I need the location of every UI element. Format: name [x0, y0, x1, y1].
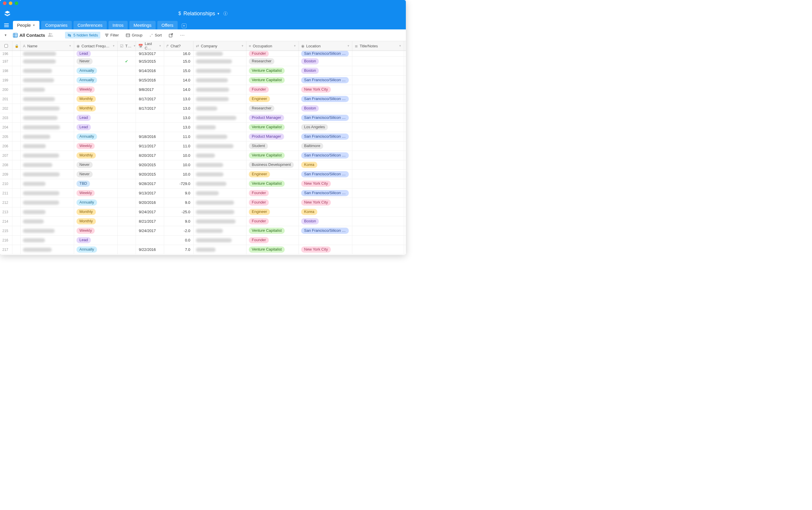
- cell-t[interactable]: ✔: [118, 57, 136, 66]
- cell-chat[interactable]: -2.0: [164, 226, 194, 235]
- cell-t[interactable]: [118, 132, 136, 141]
- cell-contact-frequency[interactable]: Annually: [74, 132, 118, 141]
- cell-occupation[interactable]: Founder: [246, 217, 299, 226]
- table-row[interactable]: 203Lead13.0Product ManagerSan Francisco/…: [0, 113, 406, 123]
- cell-contact-frequency[interactable]: Never: [74, 170, 118, 179]
- select-all-header[interactable]: [0, 41, 12, 51]
- tab-conferences[interactable]: Conferences: [74, 21, 107, 29]
- cell-last-contact[interactable]: 9/20/2016: [136, 198, 164, 207]
- cell-name[interactable]: [21, 198, 74, 207]
- cell-company[interactable]: [194, 51, 246, 56]
- cell-occupation[interactable]: Product Manager: [246, 113, 299, 122]
- cell-company[interactable]: [194, 76, 246, 85]
- cell-location[interactable]: Korea: [299, 207, 352, 217]
- cell-occupation[interactable]: Engineer: [246, 207, 299, 217]
- cell-location[interactable]: San Francisco/Silicon …: [299, 151, 352, 160]
- cell-location[interactable]: Boston: [299, 217, 352, 226]
- column-header-location[interactable]: ◉ Location ▼: [299, 41, 352, 51]
- cell-name[interactable]: [21, 235, 74, 245]
- cell-location[interactable]: New York City: [299, 245, 352, 254]
- cell-company[interactable]: [194, 189, 246, 198]
- cell-title-notes[interactable]: [352, 104, 404, 113]
- cell-t[interactable]: [118, 76, 136, 85]
- more-button[interactable]: ⋯: [178, 31, 187, 39]
- cell-t[interactable]: [118, 123, 136, 132]
- add-table-button[interactable]: +: [179, 22, 189, 29]
- cell-t[interactable]: [118, 217, 136, 226]
- table-row[interactable]: 208Never9/20/201510.0Business Developmen…: [0, 160, 406, 170]
- cell-last-contact[interactable]: 9/15/2016: [136, 76, 164, 85]
- table-row[interactable]: 216Lead0.0Founder: [0, 235, 406, 245]
- cell-last-contact[interactable]: 9/14/2016: [136, 66, 164, 75]
- cell-t[interactable]: [118, 245, 136, 254]
- cell-chat[interactable]: 13.0: [164, 104, 194, 113]
- cell-contact-frequency[interactable]: Annually: [74, 198, 118, 207]
- cell-t[interactable]: [118, 113, 136, 122]
- cell-t[interactable]: [118, 151, 136, 160]
- cell-t[interactable]: [118, 226, 136, 235]
- cell-t[interactable]: [118, 189, 136, 198]
- cell-company[interactable]: [194, 141, 246, 150]
- cell-occupation[interactable]: Engineer: [246, 170, 299, 179]
- cell-occupation[interactable]: Student: [246, 141, 299, 150]
- cell-chat[interactable]: 13.0: [164, 113, 194, 122]
- cell-name[interactable]: [21, 123, 74, 132]
- cell-occupation[interactable]: Venture Capitalist: [246, 245, 299, 254]
- cell-t[interactable]: [118, 141, 136, 150]
- cell-occupation[interactable]: Founder: [246, 51, 299, 56]
- share-view-button[interactable]: [167, 32, 175, 38]
- cell-contact-frequency[interactable]: Annually: [74, 245, 118, 254]
- cell-chat[interactable]: 11.0: [164, 141, 194, 150]
- cell-t[interactable]: [118, 66, 136, 75]
- table-row[interactable]: 210TBD9/28/2017-729.0Venture CapitalistN…: [0, 179, 406, 189]
- cell-company[interactable]: [194, 207, 246, 217]
- table-row[interactable]: 198Annually9/14/201615.0Venture Capitali…: [0, 66, 406, 76]
- table-row[interactable]: 199Annually9/15/201614.0Venture Capitali…: [0, 76, 406, 85]
- cell-t[interactable]: [118, 94, 136, 104]
- cell-chat[interactable]: 13.0: [164, 123, 194, 132]
- app-logo-icon[interactable]: [4, 10, 10, 17]
- cell-name[interactable]: [21, 57, 74, 66]
- cell-name[interactable]: [21, 66, 74, 75]
- cell-last-contact[interactable]: 9/20/2015: [136, 170, 164, 179]
- cell-company[interactable]: [194, 217, 246, 226]
- cell-contact-frequency[interactable]: Weekly: [74, 189, 118, 198]
- cell-company[interactable]: [194, 170, 246, 179]
- cell-chat[interactable]: 10.0: [164, 151, 194, 160]
- cell-company[interactable]: [194, 113, 246, 122]
- info-icon[interactable]: i: [223, 11, 227, 16]
- cell-occupation[interactable]: Researcher: [246, 104, 299, 113]
- cell-company[interactable]: [194, 57, 246, 66]
- cell-company[interactable]: [194, 94, 246, 104]
- cell-title-notes[interactable]: [352, 217, 404, 226]
- tab-companies[interactable]: Companies: [41, 21, 72, 29]
- table-row[interactable]: 217Annually9/22/20167.0Venture Capitalis…: [0, 245, 406, 254]
- cell-contact-frequency[interactable]: Weekly: [74, 226, 118, 235]
- cell-name[interactable]: [21, 85, 74, 94]
- cell-location[interactable]: San Francisco/Silicon …: [299, 94, 352, 104]
- cell-chat[interactable]: 14.0: [164, 85, 194, 94]
- cell-chat[interactable]: 15.0: [164, 57, 194, 66]
- cell-last-contact[interactable]: [136, 113, 164, 122]
- table-row[interactable]: 202Monthly8/17/201713.0ResearcherBoston: [0, 104, 406, 113]
- cell-location[interactable]: [299, 235, 352, 245]
- cell-title-notes[interactable]: [352, 179, 404, 188]
- menu-button[interactable]: [2, 21, 10, 29]
- cell-location[interactable]: San Francisco/Silicon …: [299, 170, 352, 179]
- column-header-company[interactable]: ⇄ Company ▼: [194, 41, 246, 51]
- cell-title-notes[interactable]: [352, 85, 404, 94]
- chevron-down-icon[interactable]: ▼: [241, 45, 244, 47]
- cell-contact-frequency[interactable]: Lead: [74, 51, 118, 56]
- window-minimize-button[interactable]: [9, 1, 12, 5]
- cell-location[interactable]: New York City: [299, 198, 352, 207]
- cell-last-contact[interactable]: 9/11/2017: [136, 141, 164, 150]
- cell-company[interactable]: [194, 160, 246, 169]
- cell-company[interactable]: [194, 132, 246, 141]
- cell-name[interactable]: [21, 207, 74, 217]
- cell-company[interactable]: [194, 85, 246, 94]
- cell-title-notes[interactable]: [352, 76, 404, 85]
- cell-occupation[interactable]: Researcher: [246, 57, 299, 66]
- cell-last-contact[interactable]: 9/22/2016: [136, 245, 164, 254]
- cell-chat[interactable]: 10.0: [164, 170, 194, 179]
- window-zoom-button[interactable]: [15, 1, 18, 5]
